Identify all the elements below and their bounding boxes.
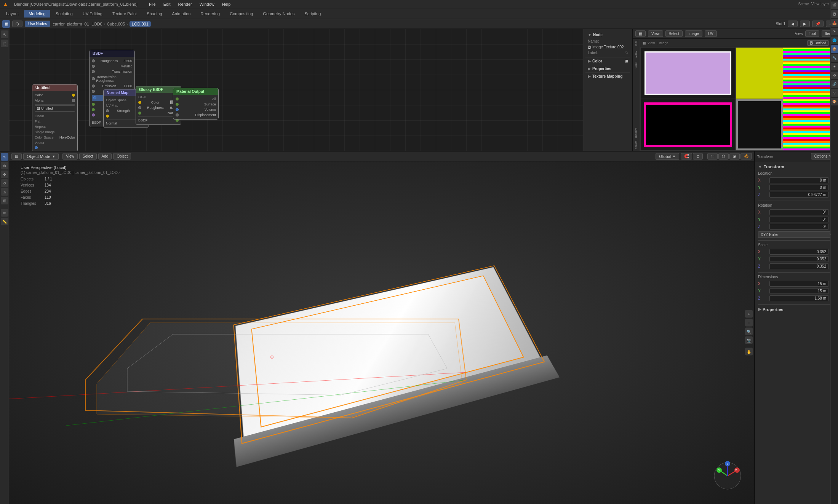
props-icon-scene[interactable]: 🎬 [831, 2, 838, 9]
proportional-edit[interactable]: ⊙ [693, 153, 703, 159]
zoom-in-btn[interactable]: + [745, 310, 753, 318]
camera-btn[interactable]: 📷 [745, 337, 753, 344]
location-x-value[interactable]: 0 m [769, 177, 829, 183]
viewport-shading-material[interactable]: ◉ [729, 153, 740, 159]
tab-compositing[interactable]: Compositing [225, 10, 257, 18]
svg-marker-3 [97, 323, 462, 418]
uv-tool-toggle[interactable]: Tool [805, 30, 819, 37]
viewport-shading-render[interactable]: 🔆 [740, 153, 752, 159]
help-menu[interactable]: Help [220, 1, 233, 7]
slot-next-btn[interactable]: ▶ [800, 21, 810, 27]
viewport-select-menu[interactable]: Select [79, 153, 97, 159]
viewport-add-menu[interactable]: Add [98, 153, 112, 159]
uv-image-menu[interactable]: Image [685, 30, 702, 37]
dim-z-value[interactable]: 1.58 m [769, 295, 829, 301]
panel-item[interactable]: Item [635, 62, 638, 69]
rotation-z-value[interactable]: 0° [769, 224, 829, 230]
viewport-rotate-tool[interactable]: ↻ [1, 179, 8, 187]
props-icon-object[interactable]: 📦 [831, 45, 838, 53]
props-icon-material[interactable]: 🎨 [831, 98, 838, 105]
tab-texture-paint[interactable]: Texture Paint [108, 10, 141, 18]
tab-layout[interactable]: Layout [2, 10, 23, 18]
file-menu[interactable]: File [147, 1, 158, 7]
scale-x-value[interactable]: 0.352 [769, 249, 829, 255]
use-nodes-btn[interactable]: Use Nodes [25, 21, 50, 27]
object-data-btn[interactable]: ⬡ [12, 21, 22, 27]
properties-expand[interactable]: ▶ Properties [758, 307, 835, 312]
view-btn[interactable]: 🔍 [745, 328, 753, 335]
panel-tool[interactable]: Tool [635, 40, 638, 46]
viewport-object-menu[interactable]: Object [113, 153, 131, 159]
object-mode-dropdown[interactable]: Object Mode ▼ [23, 153, 59, 160]
node-section-header[interactable]: ▼ Node [588, 33, 628, 37]
viewport-transform-tool[interactable]: ⊞ [1, 197, 8, 204]
node-glossy-title: Glossy BSDF [139, 88, 163, 92]
node-image-texture[interactable]: Untitled Color Alpha 🖼 Untitled [32, 84, 78, 151]
edit-menu[interactable]: Edit [161, 1, 173, 7]
pin-btn[interactable]: 📌 [812, 21, 824, 27]
breadcrumb-item-2: Cube.005 [107, 22, 125, 26]
viewport-cursor-tool[interactable]: ⊕ [1, 162, 8, 169]
location-y-value[interactable]: 0 m [769, 185, 829, 190]
tab-sculpting[interactable]: Sculpting [51, 10, 77, 18]
dim-x-value[interactable]: 15 m [769, 281, 829, 287]
viewport-move-tool[interactable]: ✥ [1, 171, 8, 178]
tex-cell-right-top [736, 47, 831, 99]
scale-z-value[interactable]: 0.352 [769, 263, 829, 269]
transform-dropdown[interactable]: Global ▼ [656, 153, 679, 160]
transform-title[interactable]: ▼ Transform [758, 164, 835, 169]
tab-uv-editing[interactable]: UV Editing [78, 10, 107, 18]
props-icon-constraints[interactable]: 🔗 [831, 80, 838, 88]
tab-scripting[interactable]: Scripting [300, 10, 325, 18]
uv-view-menu[interactable]: View [648, 30, 663, 37]
props-icon-world[interactable]: 🌐 [831, 37, 838, 44]
texture-mapping-header[interactable]: ▶ Texture Mapping [588, 74, 628, 78]
euler-mode-dropdown[interactable]: XYZ Euler ▼ [758, 231, 835, 238]
window-menu[interactable]: Window [197, 1, 217, 7]
props-icon-render[interactable]: 🖼 [831, 10, 838, 18]
toolbar-select[interactable]: ↖ [1, 30, 8, 38]
uv-select-menu[interactable]: Select [665, 30, 683, 37]
uv-texture-section: ▦ View Select Image UV View Tool Item To… [632, 29, 838, 151]
rotation-y-value[interactable]: 0° [769, 217, 829, 222]
viewport-annotate-tool[interactable]: ✏ [1, 209, 8, 217]
tab-shading[interactable]: Shading [142, 10, 166, 18]
scale-y-value[interactable]: 0.352 [769, 256, 829, 262]
viewport-scale-tool[interactable]: ⇲ [1, 188, 8, 196]
tab-rendering[interactable]: Rendering [196, 10, 224, 18]
props-icon-output[interactable]: 📤 [831, 19, 838, 27]
snap-toggle[interactable]: 🧲 [681, 153, 692, 159]
props-icon-modifier[interactable]: 🔧 [831, 54, 838, 62]
panel-view[interactable]: View [635, 51, 638, 57]
render-menu[interactable]: Render [176, 1, 194, 7]
viewport-shading-solid[interactable]: ⬡ [718, 153, 729, 159]
props-icon-physics[interactable]: ⚙ [831, 72, 838, 79]
panel-group[interactable]: Group [635, 141, 638, 149]
tab-animation[interactable]: Animation [168, 10, 195, 18]
location-z-value[interactable]: 0.96727 m [769, 192, 829, 198]
tab-geometry-nodes[interactable]: Geometry Nodes [258, 10, 299, 18]
viewport-select-tool[interactable]: ↖ [1, 153, 8, 161]
viewport-measure-tool[interactable]: 📏 [1, 218, 8, 225]
properties-section-header[interactable]: ▶ Properties [588, 67, 628, 71]
shader-editor-type-btn[interactable]: ▦ [2, 20, 10, 28]
viewport-view-menu[interactable]: View [62, 153, 78, 159]
uv-uv-menu[interactable]: UV [705, 30, 717, 37]
props-icon-view[interactable]: 👁 [831, 28, 838, 35]
panel-options-right[interactable]: Options [635, 128, 638, 139]
props-icon-particles[interactable]: ✦ [831, 63, 838, 70]
editor-type-btn-3d[interactable]: ▦ [11, 153, 22, 159]
props-icon-data[interactable]: ▽ [831, 89, 838, 97]
uv-editor-type[interactable]: ▦ [635, 30, 646, 37]
slot-btn[interactable]: ◀ [788, 21, 798, 27]
hand-btn[interactable]: ✋ [745, 348, 753, 356]
color-section-header[interactable]: ▶ Color ⊞ [588, 59, 628, 63]
viewport-3d[interactable]: ▦ Object Mode ▼ View Select Add Object G… [9, 152, 754, 504]
rotation-x-value[interactable]: 0° [769, 209, 829, 215]
dim-y-value[interactable]: 15 m [769, 288, 829, 294]
zoom-out-btn[interactable]: − [745, 319, 753, 327]
toolbar-box-select[interactable]: ⬚ [1, 40, 8, 47]
viewport-shading-wire[interactable]: ⬚ [707, 153, 718, 159]
node-material-output[interactable]: Material Output All Surface Volume [173, 88, 219, 120]
tab-modeling[interactable]: Modeling [24, 10, 50, 18]
